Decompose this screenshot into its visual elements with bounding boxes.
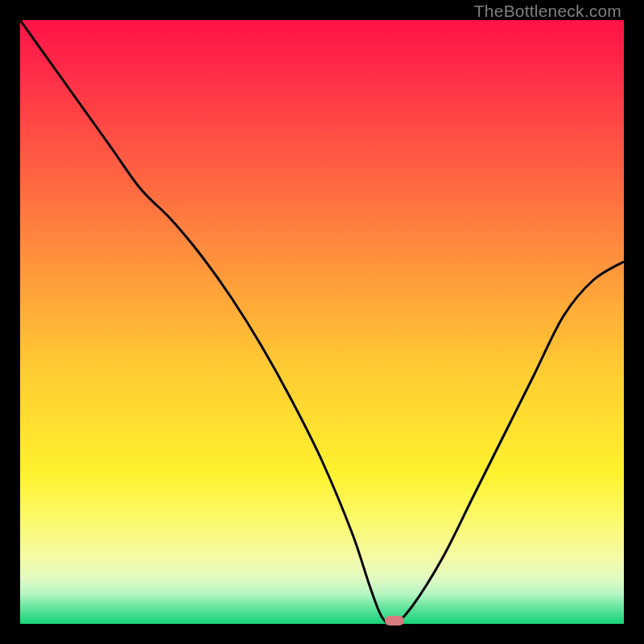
chart-frame: TheBottleneck.com bbox=[0, 0, 644, 644]
plot-area bbox=[20, 20, 624, 624]
bottleneck-curve bbox=[20, 20, 624, 624]
curve-path bbox=[20, 20, 624, 624]
optimum-marker bbox=[385, 616, 404, 625]
watermark-text: TheBottleneck.com bbox=[474, 2, 621, 21]
